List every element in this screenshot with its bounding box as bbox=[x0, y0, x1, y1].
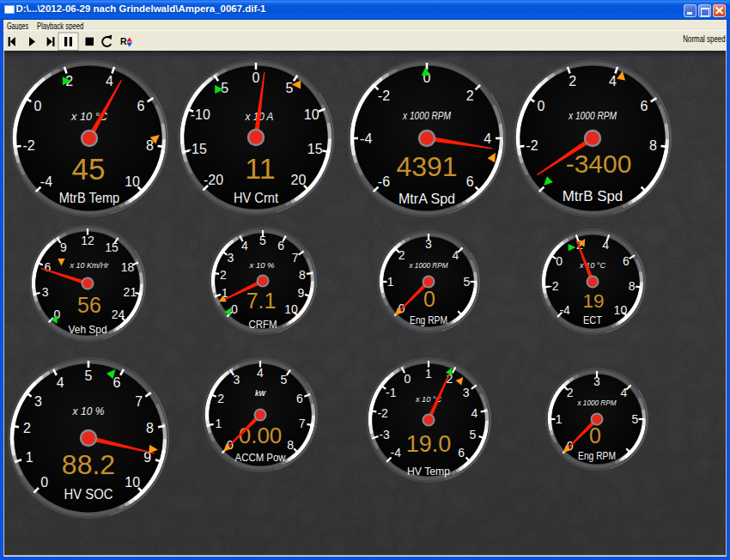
svg-text:Normal speed: Normal speed bbox=[683, 34, 725, 44]
svg-text:R: R bbox=[120, 36, 127, 46]
